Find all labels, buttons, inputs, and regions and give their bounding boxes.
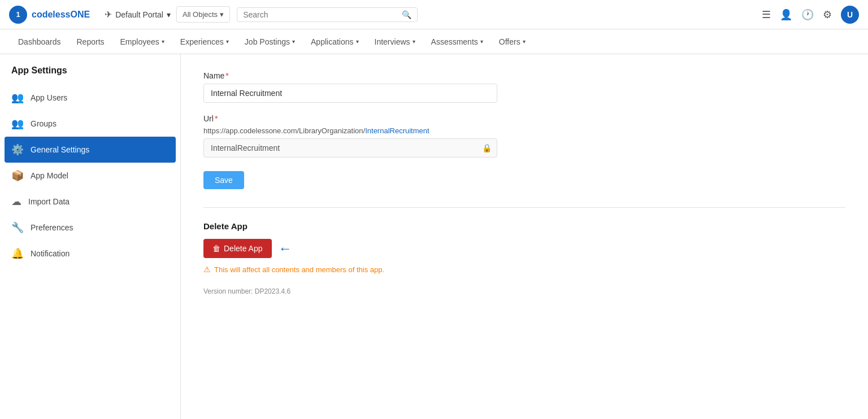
brand-name-start: codeless: [32, 10, 70, 19]
nav-bar: Dashboards Reports Employees ▾ Experienc…: [0, 29, 868, 54]
sidebar-item-groups[interactable]: 👥 Groups: [0, 111, 180, 137]
arrow-indicator: ←: [279, 241, 292, 256]
add-user-icon-button[interactable]: 👤: [780, 8, 792, 21]
portal-label: Default Portal: [115, 10, 163, 19]
employees-chevron: ▾: [162, 38, 164, 45]
history-icon: 🕐: [801, 8, 814, 21]
top-bar-right: ☰ 👤 🕐 ⚙ U: [762, 6, 859, 24]
interviews-chevron: ▾: [413, 38, 415, 45]
logo-area: 1 codelessONE: [9, 6, 90, 24]
delete-section-label: Delete App: [203, 221, 845, 231]
sidebar-item-app-users[interactable]: 👥 App Users: [0, 85, 180, 111]
nav-item-employees[interactable]: Employees ▾: [114, 32, 171, 52]
url-display: https://app.codelessone.com/LibraryOrgan…: [203, 126, 845, 135]
sidebar-item-preferences[interactable]: 🔧 Preferences: [0, 215, 180, 241]
name-label: Name*: [203, 71, 845, 80]
gear-icon-button[interactable]: ⚙: [823, 8, 832, 21]
portal-icon: ✈: [105, 9, 112, 20]
offers-chevron: ▾: [523, 38, 526, 45]
logo-initials: 1: [16, 10, 20, 19]
sidebar-label-app-users: App Users: [31, 93, 67, 102]
url-link[interactable]: InternalRecruitment: [365, 126, 429, 135]
save-button[interactable]: Save: [203, 171, 244, 189]
notification-icon: 🔔: [11, 247, 24, 260]
import-data-icon: ☁: [11, 195, 21, 208]
add-user-icon: 👤: [780, 8, 792, 21]
lock-icon: 🔒: [482, 143, 492, 152]
url-field-group: Url* https://app.codelessone.com/Library…: [203, 114, 845, 158]
sidebar-label-app-model: App Model: [31, 171, 68, 180]
main-layout: App Settings 👥 App Users 👥 Groups ⚙️ Gen…: [0, 54, 868, 419]
url-slug-input[interactable]: [203, 138, 497, 158]
sidebar-item-app-model[interactable]: 📦 App Model: [0, 163, 180, 189]
gear-icon: ⚙: [823, 8, 832, 21]
stack-icon-button[interactable]: ☰: [762, 8, 771, 21]
sidebar-label-import-data: Import Data: [28, 197, 70, 206]
warning-icon: ⚠: [203, 265, 211, 274]
app-model-icon: 📦: [11, 169, 24, 182]
nav-item-offers[interactable]: Offers ▾: [492, 32, 532, 52]
avatar[interactable]: U: [841, 6, 859, 24]
sidebar-label-groups: Groups: [31, 119, 57, 128]
sidebar-item-notification[interactable]: 🔔 Notification: [0, 241, 180, 267]
name-required: *: [225, 71, 228, 80]
delete-button-label: Delete App: [224, 244, 263, 253]
nav-item-interviews[interactable]: Interviews ▾: [368, 32, 422, 52]
top-bar: 1 codelessONE ✈ Default Portal ▾ All Obj…: [0, 0, 868, 29]
brand-name-end: ONE: [70, 10, 90, 19]
job-postings-chevron: ▾: [292, 38, 295, 45]
applications-chevron: ▾: [356, 38, 359, 45]
preferences-icon: 🔧: [11, 221, 24, 234]
sidebar-label-preferences: Preferences: [31, 223, 73, 232]
delete-app-button[interactable]: 🗑 Delete App: [203, 239, 272, 258]
warning-message: ⚠ This will affect all contents and memb…: [203, 265, 845, 274]
sidebar-item-general-settings[interactable]: ⚙️ General Settings: [5, 137, 176, 163]
brand-name: codelessONE: [32, 10, 90, 20]
search-bar[interactable]: 🔍: [237, 7, 418, 22]
portal-selector[interactable]: ✈ Default Portal ▾: [99, 7, 176, 22]
name-field-group: Name*: [203, 71, 845, 103]
url-label: Url*: [203, 114, 845, 123]
all-objects-chevron: ▾: [220, 10, 224, 19]
version-number: Version number: DP2023.4.6: [203, 287, 845, 295]
sidebar-label-notification: Notification: [31, 249, 70, 258]
nav-item-reports[interactable]: Reports: [70, 32, 111, 52]
all-objects-button[interactable]: All Objects ▾: [176, 6, 230, 23]
search-input[interactable]: [243, 10, 398, 19]
all-objects-label: All Objects: [183, 10, 218, 19]
trash-icon: 🗑: [212, 244, 220, 253]
main-content: Name* Url* https://app.codelessone.com/L…: [181, 54, 868, 419]
divider: [203, 207, 845, 208]
nav-item-assessments[interactable]: Assessments ▾: [424, 32, 490, 52]
stack-icon: ☰: [762, 8, 771, 21]
nav-item-applications[interactable]: Applications ▾: [304, 32, 366, 52]
assessments-chevron: ▾: [480, 38, 483, 45]
search-icon: 🔍: [402, 10, 411, 19]
sidebar-item-import-data[interactable]: ☁ Import Data: [0, 189, 180, 215]
nav-item-experiences[interactable]: Experiences ▾: [173, 32, 236, 52]
sidebar: App Settings 👥 App Users 👥 Groups ⚙️ Gen…: [0, 54, 181, 419]
general-settings-icon: ⚙️: [11, 143, 24, 156]
warning-text: This will affect all contents and member…: [214, 265, 384, 274]
app-users-icon: 👥: [11, 91, 24, 104]
nav-item-dashboards[interactable]: Dashboards: [11, 32, 68, 52]
url-required: *: [215, 114, 218, 123]
nav-item-job-postings[interactable]: Job Postings ▾: [238, 32, 302, 52]
logo-icon: 1: [9, 6, 27, 24]
sidebar-label-general-settings: General Settings: [31, 145, 89, 154]
url-input-wrapper: 🔒: [203, 138, 497, 158]
sidebar-title: App Settings: [0, 66, 180, 85]
experiences-chevron: ▾: [226, 38, 229, 45]
name-input[interactable]: [203, 84, 497, 103]
url-base-text: https://app.codelessone.com/LibraryOrgan…: [203, 126, 365, 135]
portal-chevron: ▾: [167, 10, 171, 19]
groups-icon: 👥: [11, 117, 24, 130]
history-icon-button[interactable]: 🕐: [801, 8, 814, 21]
delete-btn-wrapper: 🗑 Delete App ←: [203, 239, 845, 258]
